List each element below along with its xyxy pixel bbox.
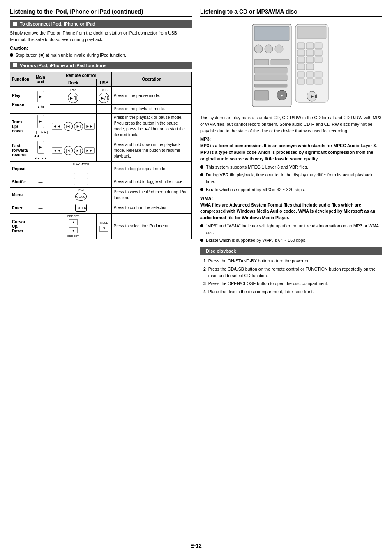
op-shuffle: Press and hold to toggle shuffle mode. [112,176,192,188]
wma-bullet-1: “MP3” and “WMA” indicator will light up … [200,223,382,236]
rew-btn: ◄◄ [52,147,62,154]
svg-rect-26 [254,59,269,65]
square-icon [13,22,17,26]
table-row-repeat: Repeat — PLAY MODE Press to toggle repea… [10,162,192,176]
func-cursor: CursorUp/Down [10,214,31,239]
svg-rect-6 [306,50,314,56]
svg-text:►II: ►II [280,94,285,97]
svg-rect-14 [306,72,314,77]
usb-preset-down-btn: ▼ [99,226,108,232]
prev-btn: ◄◄ [52,123,62,130]
wma-bold: WMA files are Advanced System Format fil… [200,202,382,221]
dock-pause [50,105,97,114]
page-number: E-12 [10,540,382,549]
dock-ff-icons: ◄◄ |◄ ►| ►► [52,146,95,155]
step-num-4: 4 [203,289,206,295]
ff-arrows: ◄◄►► [34,156,48,160]
svg-rect-1 [297,26,326,39]
wma-label: WMA: [200,196,382,201]
svg-text:►II: ►II [311,94,317,99]
th-usb: USB [97,79,112,87]
dock-cursor: PRESET ▲ ▼ PRESET [50,214,97,239]
svg-rect-10 [315,57,322,63]
step-2: 2 Press the CD/USB button on the remote … [203,266,382,279]
svg-rect-7 [315,50,322,56]
next-track-btn: ►| [74,122,83,131]
main-play: ▶ ►/II [31,87,50,114]
disconnect-text: Simply remove the iPod or iPhone from th… [10,30,192,43]
functions-table: Function Mainunit Remote control Operati… [10,72,192,239]
dock-shuffle [50,176,112,188]
main-menu: — [31,188,50,202]
main-cursor: — [31,214,50,239]
left-title: Listening to the iPod, iPhone or iPad (c… [10,8,192,17]
op-menu: Press to view the iPod menu during iPod … [112,188,192,202]
usb-label: USB [98,88,110,92]
svg-rect-3 [306,43,314,49]
svg-rect-18 [315,79,322,84]
caution-label: Caution: [10,46,192,51]
step-3: 3 Press the OPEN/CLOSE button to open th… [203,281,382,287]
usb-cursor: PRESET ▼ [97,214,112,239]
svg-rect-25 [275,45,283,53]
svg-rect-12 [306,64,314,70]
svg-rect-29 [254,75,287,81]
usb-track [97,114,112,139]
mp3-label: MP3: [200,137,382,142]
dock-cursor-icons: PRESET ▲ ▼ PRESET [52,215,95,238]
table-row-track: Trackup/down ▶ |◄◄►►| ◄◄ [10,114,192,139]
step-4: 4 Place the disc in the disc compartment… [203,289,382,295]
svg-rect-22 [254,26,289,41]
prev-track-btn: |◄ [64,122,73,131]
table-row-ff: Fastforward/reverse ▶ ◄◄►► ◄◄ [10,139,192,162]
device-play-icon: ▶ [37,91,44,102]
preset-label2: PRESET [67,235,79,238]
usb-cursor-icons: PRESET ▼ [98,221,110,232]
device-svg: ►II [250,22,332,109]
func-ff: Fastforward/reverse [10,139,31,162]
step-num-1: 1 [203,258,206,265]
menu-btn: MENU [75,193,87,201]
two-col-layout: Listening to the iPod, iPhone or iPad (c… [10,8,382,531]
pause-symbol: ►/II [37,105,44,109]
mp3-bullet-1: This system supports MPEG 1 Layer 3 and … [200,164,382,171]
bullet-dot-mp3-2 [200,173,203,176]
op-enter: Press to confirm the selection. [112,202,192,214]
device-image: ►II [200,20,382,111]
th-function: Function [10,72,31,87]
fwd-track-btn: ►| [74,146,83,155]
svg-rect-8 [297,57,305,63]
svg-rect-17 [306,79,314,84]
mp3-bullet-3: Bitrate which is supported by MP3 is 32 … [200,187,382,193]
bullet-dot-mp3-3 [200,188,203,191]
svg-rect-28 [254,67,287,73]
ff-device-icon: ▶ [37,141,44,154]
func-play: PlayPause [10,87,31,114]
left-column: Listening to the iPod, iPhone or iPad (c… [10,8,192,531]
th-mainunit: Mainunit [31,72,50,87]
svg-rect-27 [271,59,289,65]
ipod-label2: iPod [52,189,110,192]
op-pause: Press in the playback mode. [112,105,192,114]
preset-label: PRESET [67,215,79,218]
svg-rect-23 [254,45,263,53]
op-cursor: Press to select the iPod menu. [112,214,192,239]
square-icon2 [13,63,17,67]
func-enter: Enter [10,202,31,214]
op-play: Press in the pause mode. [112,87,192,105]
svg-rect-13 [297,72,305,77]
wma-bullet-2: Bitrate which is supported by WMA is 64 … [200,237,382,244]
functions-box: Various iPod, iPhone and iPad functions [10,62,192,69]
right-body-text: This system can play back a standard CD,… [200,115,382,134]
preset-label3: PRESET [98,221,110,224]
svg-rect-2 [297,43,305,49]
table-row-cursor: CursorUp/Down — PRESET ▲ ▼ PRESET [10,214,192,239]
mp3-bullet-2: During VBR file playback, time counter i… [200,172,382,185]
svg-rect-9 [306,57,314,63]
bullet-dot [10,53,13,57]
main-shuffle: — [31,176,50,188]
dock-track: ◄◄ |◄ ►| ►► [50,114,97,139]
main-repeat: — [31,162,50,176]
step-1: 1 Press the ON/STAND-BY button to turn t… [203,258,382,265]
bullet-dot-wma-1 [200,224,203,227]
